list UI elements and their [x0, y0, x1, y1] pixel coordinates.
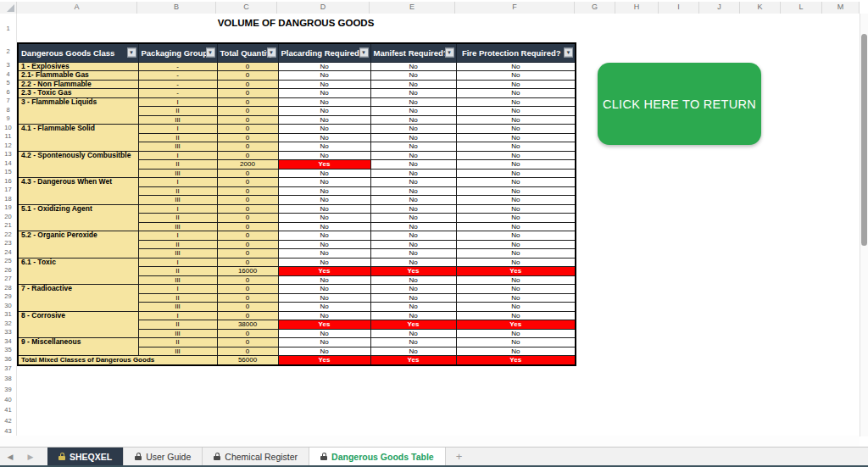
placarding-cell[interactable]: No	[278, 338, 370, 347]
row-number-35[interactable]: 35	[0, 346, 16, 355]
fire-protection-cell[interactable]: Yes	[456, 320, 576, 330]
fire-protection-cell[interactable]: No	[456, 178, 576, 187]
quantity-cell[interactable]: 0	[217, 338, 278, 347]
row-number-24[interactable]: 24	[0, 248, 16, 258]
packaging-group-cell[interactable]: I	[138, 311, 217, 320]
placarding-cell[interactable]: No	[278, 240, 370, 249]
manifest-cell[interactable]: No	[370, 240, 456, 249]
manifest-cell[interactable]: No	[370, 347, 456, 356]
quantity-cell[interactable]: 0	[217, 214, 278, 223]
packaging-group-cell[interactable]: III	[138, 275, 217, 285]
quantity-cell[interactable]: 0	[217, 204, 278, 214]
packaging-group-cell[interactable]: III	[138, 222, 217, 231]
packaging-group-cell[interactable]: I	[138, 258, 217, 267]
fire-protection-cell[interactable]: No	[456, 160, 576, 170]
placarding-cell[interactable]: No	[278, 107, 370, 116]
packaging-group-cell[interactable]: III	[138, 249, 217, 259]
column-header-K[interactable]: K	[740, 2, 781, 14]
quantity-cell[interactable]: 16000	[217, 267, 278, 276]
placarding-cell[interactable]: No	[278, 347, 370, 356]
column-header-M[interactable]: M	[822, 2, 860, 14]
row-number-31[interactable]: 31	[0, 310, 16, 320]
row-number-28[interactable]: 28	[0, 284, 16, 293]
packaging-group-cell[interactable]: III	[138, 115, 217, 125]
packaging-group-cell[interactable]: III	[138, 196, 217, 205]
column-header-C[interactable]: C	[216, 2, 277, 14]
filter-dropdown-icon[interactable]: ▼	[445, 48, 454, 58]
quantity-cell[interactable]: 0	[217, 275, 278, 285]
manifest-cell[interactable]: No	[370, 249, 456, 259]
column-header-I[interactable]: I	[659, 2, 699, 14]
manifest-cell[interactable]: No	[370, 285, 456, 294]
row-number-40[interactable]: 40	[0, 395, 16, 405]
placarding-cell[interactable]: No	[278, 178, 370, 187]
quantity-cell[interactable]: 0	[217, 71, 278, 81]
quantity-cell[interactable]: 0	[217, 347, 278, 356]
manifest-cell[interactable]: No	[370, 160, 456, 170]
quantity-cell[interactable]: 0	[217, 329, 278, 338]
row-number-17[interactable]: 17	[0, 186, 16, 195]
quantity-cell[interactable]: 0	[217, 107, 278, 116]
vertical-scrollbar-thumb[interactable]	[861, 34, 867, 246]
filter-dropdown-icon[interactable]: ▼	[564, 48, 573, 58]
manifest-cell[interactable]: No	[370, 151, 456, 160]
class-cell[interactable]: 2.2 - Non Flammable	[18, 80, 138, 89]
manifest-cell[interactable]: No	[370, 115, 456, 125]
packaging-group-cell[interactable]: -	[138, 89, 217, 98]
fire-protection-cell[interactable]: No	[456, 62, 576, 71]
quantity-cell[interactable]: 0	[217, 133, 278, 142]
return-button[interactable]: CLICK HERE TO RETURN	[598, 63, 761, 145]
manifest-cell[interactable]: No	[370, 71, 456, 81]
row-number-12[interactable]: 12	[0, 142, 16, 151]
fire-protection-cell[interactable]: No	[456, 275, 576, 285]
column-header-cell[interactable]: Placarding Required?▼	[278, 43, 370, 62]
quantity-cell[interactable]: 0	[217, 125, 278, 134]
fire-protection-cell[interactable]: No	[456, 240, 576, 249]
row-number-25[interactable]: 25	[0, 257, 16, 266]
packaging-group-cell[interactable]: II	[138, 160, 217, 170]
quantity-cell[interactable]: 0	[217, 80, 278, 89]
manifest-cell[interactable]: No	[370, 80, 456, 89]
quantity-cell[interactable]: 0	[217, 178, 278, 187]
placarding-cell[interactable]: No	[278, 329, 370, 338]
packaging-group-cell[interactable]: I	[138, 204, 217, 214]
fire-protection-cell[interactable]: No	[456, 347, 576, 356]
class-cell[interactable]: 2.3 - Toxic Gas	[18, 89, 138, 98]
manifest-cell[interactable]: No	[370, 97, 456, 107]
packaging-group-cell[interactable]: I	[138, 151, 217, 160]
manifest-cell[interactable]: No	[370, 169, 456, 178]
quantity-cell[interactable]: 0	[217, 293, 278, 303]
filter-dropdown-icon[interactable]: ▼	[359, 48, 369, 58]
placarding-cell[interactable]: No	[278, 275, 370, 285]
column-header-D[interactable]: D	[277, 2, 370, 14]
row-number-32[interactable]: 32	[0, 320, 16, 329]
manifest-cell[interactable]: No	[370, 275, 456, 285]
class-cell[interactable]: 3 - Flammable Liquids	[18, 97, 138, 125]
column-header-B[interactable]: B	[137, 2, 216, 14]
fire-protection-cell[interactable]: No	[456, 151, 576, 160]
placarding-cell[interactable]: No	[278, 151, 370, 160]
horizontal-scrollbar[interactable]	[0, 436, 860, 447]
packaging-group-cell[interactable]: I	[138, 178, 217, 187]
manifest-cell[interactable]: No	[370, 204, 456, 214]
row-number-16[interactable]: 16	[0, 177, 16, 186]
row-number-42[interactable]: 42	[0, 416, 16, 426]
manifest-cell[interactable]: No	[370, 231, 456, 241]
placarding-cell[interactable]: No	[278, 71, 370, 81]
placarding-cell[interactable]: Yes	[278, 160, 370, 170]
packaging-group-cell[interactable]: II	[138, 240, 217, 249]
column-header-cell[interactable]: Manifest Required?▼	[370, 43, 456, 62]
quantity-cell[interactable]: 0	[217, 231, 278, 241]
row-number-38[interactable]: 38	[0, 374, 16, 384]
vertical-scrollbar[interactable]	[860, 14, 868, 436]
manifest-cell[interactable]: No	[370, 133, 456, 142]
packaging-group-cell[interactable]: III	[138, 347, 217, 356]
row-number-10[interactable]: 10	[0, 124, 16, 133]
packaging-group-cell[interactable]: II	[138, 214, 217, 223]
quantity-cell[interactable]: 0	[217, 115, 278, 125]
fire-protection-cell[interactable]: Yes	[456, 267, 576, 276]
row-number-8[interactable]: 8	[0, 106, 16, 115]
fire-protection-cell[interactable]: No	[456, 115, 576, 125]
placarding-cell[interactable]: No	[278, 285, 370, 294]
row-number-22[interactable]: 22	[0, 231, 16, 240]
